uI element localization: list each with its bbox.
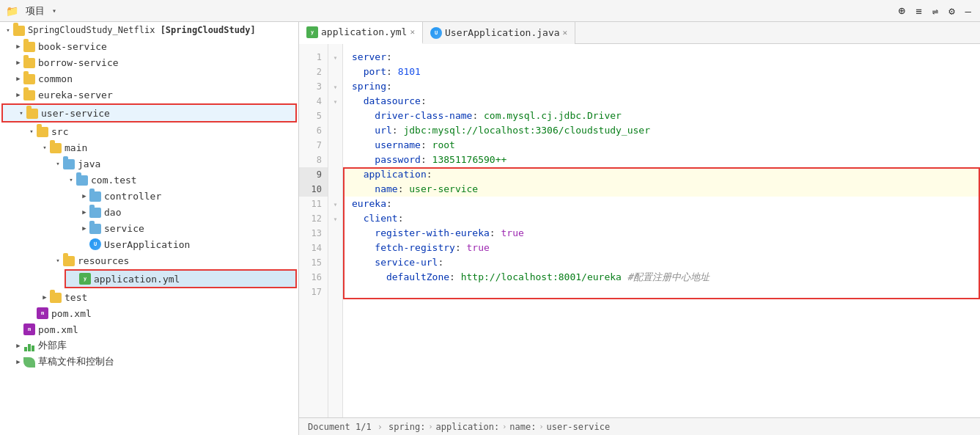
ln-4: 4 xyxy=(299,94,328,109)
tree-item-pom-user[interactable]: ▶ m pom.xml xyxy=(0,305,298,321)
code-line-13: register-with-eureka: true xyxy=(343,226,980,241)
status-doc: Document 1/1 xyxy=(308,422,372,432)
status-crumb-spring[interactable]: spring: xyxy=(388,422,426,432)
tree-item-borrow-service[interactable]: ▶ borrow-service xyxy=(0,54,298,70)
src-label: src xyxy=(51,126,68,137)
yaml-key-eureka: eureka xyxy=(352,197,386,211)
yaml-indent-5h xyxy=(352,255,375,270)
user-service-arrow: ▾ xyxy=(16,109,26,117)
fold-9 xyxy=(328,167,342,182)
scratch-icon xyxy=(23,356,35,368)
user-application-java-icon: U xyxy=(89,238,101,251)
borrow-service-label: borrow-service xyxy=(38,57,119,68)
ln-1: 1 xyxy=(299,50,328,65)
tree-item-external-libs[interactable]: ▶ 外部库 xyxy=(0,337,298,354)
code-editor[interactable]: server: port: 8101 spring: datasource: d… xyxy=(343,44,980,417)
yaml-key-url: url xyxy=(375,123,391,138)
toolbar-icon-minimize[interactable]: — xyxy=(962,4,974,18)
tree-item-scratch[interactable]: ▶ 草稿文件和控制台 xyxy=(0,354,298,370)
toolbar-icon-crosshair[interactable]: ⊕ xyxy=(896,2,909,19)
code-line-9: application: xyxy=(343,167,980,182)
fold-7 xyxy=(328,138,342,153)
tree-item-java[interactable]: ▾ java xyxy=(0,156,298,172)
ln-10: 10 xyxy=(299,182,328,197)
toolbar-icon-settings[interactable]: ⚙ xyxy=(946,4,957,18)
toolbar-dropdown-arrow[interactable]: ▾ xyxy=(52,7,56,15)
eureka-server-folder-icon xyxy=(23,89,35,100)
toolbar-icon-align[interactable]: ≡ xyxy=(913,4,924,18)
com-test-arrow: ▾ xyxy=(66,176,76,183)
status-arrow2: › xyxy=(502,423,506,431)
yaml-indent-4b xyxy=(352,167,364,182)
tab-user-application-java[interactable]: U UserApplication.java ✕ xyxy=(423,22,575,44)
tree-item-user-application[interactable]: ▶ U UserApplication xyxy=(0,236,298,252)
tree-item-application-yml[interactable]: ▶ y application.yml xyxy=(66,271,295,287)
fold-5 xyxy=(328,109,342,123)
yaml-val-username: root xyxy=(432,138,455,153)
main-label: main xyxy=(65,142,87,153)
status-crumb-name[interactable]: name: xyxy=(509,422,536,432)
dao-arrow: ▶ xyxy=(79,208,89,216)
tab-java-icon: U xyxy=(430,27,442,39)
dao-label: dao xyxy=(104,207,121,218)
eureka-server-label: eureka-server xyxy=(38,89,113,100)
fold-1[interactable]: ▾ xyxy=(328,50,342,65)
resources-folder-icon xyxy=(63,255,75,266)
test-arrow: ▶ xyxy=(40,293,50,301)
yaml-indent-6a xyxy=(352,270,386,285)
toolbar-icon-exchange[interactable]: ⇌ xyxy=(929,4,941,18)
code-line-15: service-url: xyxy=(343,255,980,270)
tree-item-book-service[interactable]: ▶ book-service xyxy=(0,38,298,54)
scratch-label: 草稿文件和控制台 xyxy=(38,355,114,368)
status-crumb-application[interactable]: application: xyxy=(436,422,500,432)
pom-root-icon: m xyxy=(23,323,35,336)
code-line-10: name: user-service xyxy=(343,182,980,197)
yaml-indent-2 xyxy=(352,65,364,79)
ln-9: 9 xyxy=(299,167,328,182)
yaml-key-service-url: service-url xyxy=(375,255,438,270)
tree-item-dao[interactable]: ▶ dao xyxy=(0,204,298,220)
tab-application-yml[interactable]: y application.yml ✕ xyxy=(299,22,423,44)
fold-3[interactable]: ▾ xyxy=(328,79,342,94)
tree-item-service[interactable]: ▶ service xyxy=(0,220,298,236)
src-arrow: ▾ xyxy=(26,128,37,135)
tree-item-resources[interactable]: ▾ resources xyxy=(0,252,298,268)
tree-item-test[interactable]: ▶ test xyxy=(0,289,298,305)
tab-application-yml-close[interactable]: ✕ xyxy=(410,27,415,37)
code-line-14: fetch-registry: true xyxy=(343,241,980,255)
editor-content: 1 2 3 4 5 6 7 8 9 10 11 12 13 14 15 16 1… xyxy=(299,44,980,417)
status-crumb-user-service[interactable]: user-service xyxy=(546,422,610,432)
toolbar-project-label[interactable]: 项目 xyxy=(23,3,48,19)
fold-6 xyxy=(328,123,342,138)
tree-item-user-service[interactable]: ▾ user-service xyxy=(3,105,295,121)
tree-root[interactable]: ▾ SpringCloudStudy_Netflix [SpringCloudS… xyxy=(0,22,298,38)
code-line-11: eureka: xyxy=(343,197,980,211)
yaml-val-register: true xyxy=(501,226,524,241)
tree-item-com-test[interactable]: ▾ com.test xyxy=(0,172,298,188)
line-numbers: 1 2 3 4 5 6 7 8 9 10 11 12 13 14 15 16 1… xyxy=(299,44,328,417)
ln-15: 15 xyxy=(299,255,328,270)
pom-user-icon: m xyxy=(37,307,48,320)
test-label: test xyxy=(65,292,87,303)
tree-item-pom-root[interactable]: ▶ m pom.xml xyxy=(0,321,298,337)
code-line-17 xyxy=(343,285,980,299)
yaml-key-password: password xyxy=(375,153,421,167)
status-bar: Document 1/1 › spring: › application: › … xyxy=(299,417,980,435)
yaml-indent-5f xyxy=(352,226,375,241)
tree-item-eureka-server[interactable]: ▶ eureka-server xyxy=(0,87,298,103)
external-libs-icon xyxy=(23,340,35,351)
status-arrow3: › xyxy=(539,423,543,431)
com-test-folder-icon xyxy=(76,174,88,186)
tree-item-main[interactable]: ▾ main xyxy=(0,139,298,156)
fold-4[interactable]: ▾ xyxy=(328,94,342,109)
tab-user-application-close[interactable]: ✕ xyxy=(563,28,568,37)
resources-arrow: ▾ xyxy=(53,257,63,264)
tree-item-src[interactable]: ▾ src xyxy=(0,123,298,139)
tree-item-controller[interactable]: ▶ controller xyxy=(0,188,298,204)
fold-12[interactable]: ▾ xyxy=(328,211,342,226)
fold-11[interactable]: ▾ xyxy=(328,197,342,211)
ln-3: 3 xyxy=(299,79,328,94)
yaml-indent-4a xyxy=(352,94,364,109)
yaml-key-name: name xyxy=(375,182,397,197)
tree-item-common[interactable]: ▶ common xyxy=(0,70,298,87)
